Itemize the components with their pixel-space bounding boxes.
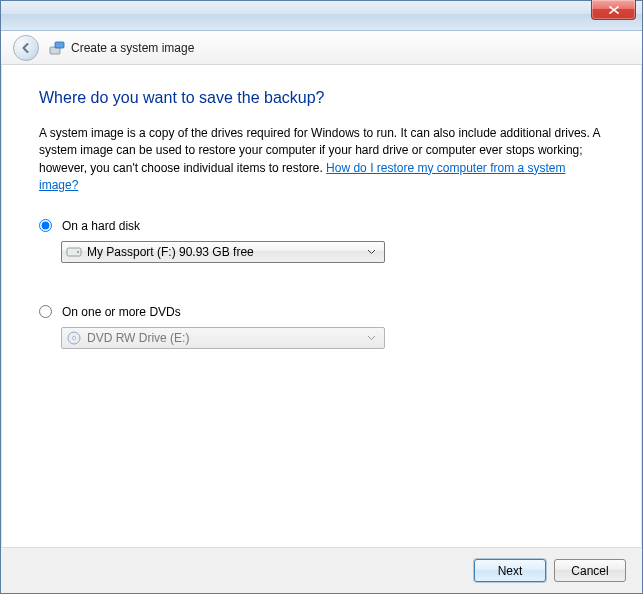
dvd-dropdown-value: DVD RW Drive (E:) [87, 331, 189, 345]
wizard-window: Create a system image Where do you want … [0, 0, 643, 594]
hard-disk-dropdown-value: My Passport (F:) 90.93 GB free [87, 245, 254, 259]
option-hard-disk-row[interactable]: On a hard disk [39, 219, 604, 233]
system-image-icon [49, 40, 65, 56]
header-title: Create a system image [49, 40, 194, 56]
header-title-text: Create a system image [71, 41, 194, 55]
option-hard-disk-label: On a hard disk [62, 219, 140, 233]
radio-dvd[interactable] [39, 305, 52, 318]
chevron-down-icon [362, 335, 380, 341]
titlebar [1, 1, 642, 31]
next-button[interactable]: Next [474, 559, 546, 582]
svg-point-3 [77, 251, 79, 253]
description-text: A system image is a copy of the drives r… [39, 125, 604, 195]
dvd-dropdown: DVD RW Drive (E:) [61, 327, 385, 349]
svg-point-5 [72, 336, 75, 339]
option-dvd-row[interactable]: On one or more DVDs [39, 305, 604, 319]
back-arrow-icon [19, 41, 33, 55]
option-dvd-label: On one or more DVDs [62, 305, 181, 319]
page-heading: Where do you want to save the backup? [39, 89, 604, 107]
svg-rect-1 [55, 42, 64, 48]
cancel-button[interactable]: Cancel [554, 559, 626, 582]
footer-bar: Next Cancel [1, 547, 642, 593]
close-icon [608, 5, 620, 15]
radio-hard-disk[interactable] [39, 219, 52, 232]
back-button[interactable] [13, 35, 39, 61]
option-dvd: On one or more DVDs DVD RW Drive (E:) [39, 305, 604, 349]
disc-icon [66, 330, 82, 346]
header-bar: Create a system image [1, 31, 642, 65]
options-group: On a hard disk My Passport (F:) 90.93 GB… [39, 219, 604, 349]
chevron-down-icon [362, 249, 380, 255]
hard-disk-icon [66, 244, 82, 260]
close-button[interactable] [591, 0, 636, 20]
content-area: Where do you want to save the backup? A … [1, 65, 642, 547]
option-hard-disk: On a hard disk My Passport (F:) 90.93 GB… [39, 219, 604, 263]
hard-disk-dropdown[interactable]: My Passport (F:) 90.93 GB free [61, 241, 385, 263]
